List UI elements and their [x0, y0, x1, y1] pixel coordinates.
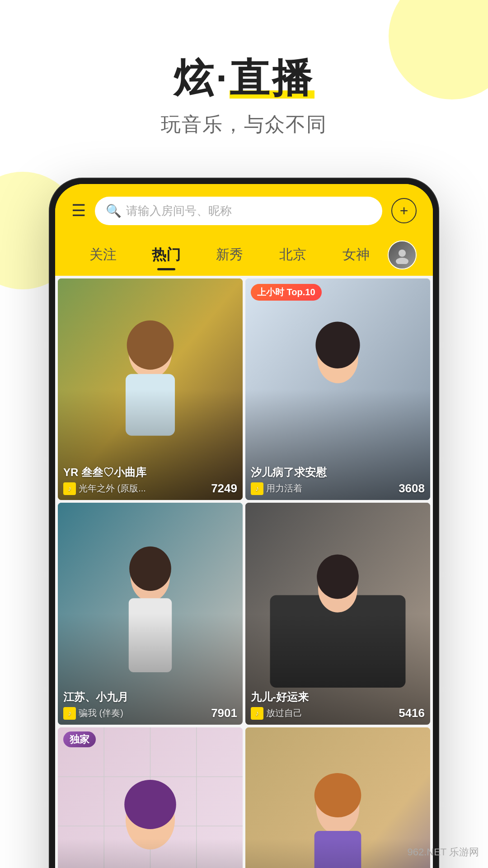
- music-icon-2: ♪: [251, 482, 263, 495]
- viewer-count-2: 3608: [399, 481, 425, 495]
- streamer-name-1: YR 叁叁♡小曲库: [63, 465, 237, 480]
- nav-avatar[interactable]: [388, 241, 417, 269]
- nav-tab-xinxiu[interactable]: 新秀: [198, 242, 261, 268]
- viewer-count-1: 7249: [211, 481, 237, 495]
- nav-avatar-image: [389, 241, 416, 269]
- streamer-name-3: 江苏、小九月: [63, 690, 237, 704]
- stream-item-1[interactable]: YR 叁叁♡小曲库 ♪ 光年之外 (原版... 7249: [58, 278, 243, 500]
- content-grid: YR 叁叁♡小曲库 ♪ 光年之外 (原版... 7249: [55, 276, 433, 868]
- song-row-1: ♪ 光年之外 (原版... 7249: [63, 481, 237, 495]
- phone-mockup: ☰ 🔍 请输入房间号、昵称 + 关注 热门 新秀 北京 女神: [50, 179, 438, 868]
- music-icon-4: ♪: [251, 707, 263, 720]
- streamer-name-2: 汐儿病了求安慰: [251, 465, 425, 480]
- header-section: 炫·直播 玩音乐，与众不同: [0, 0, 488, 165]
- search-row: ☰ 🔍 请输入房间号、昵称 +: [71, 197, 417, 225]
- streamer-name-4: 九儿-好运来: [251, 690, 425, 704]
- stream-info-1: YR 叁叁♡小曲库 ♪ 光年之外 (原版... 7249: [58, 461, 243, 500]
- top-badge-2: 上小时 Top.10: [251, 284, 322, 301]
- svg-point-1: [396, 258, 408, 264]
- search-placeholder: 请输入房间号、昵称: [126, 203, 232, 219]
- viewer-count-3: 7901: [211, 706, 237, 720]
- search-bar[interactable]: 🔍 请输入房间号、昵称: [95, 197, 382, 225]
- music-icon-3: ♪: [63, 707, 76, 720]
- song-row-3: ♪ 骗我 (伴奏) 7901: [63, 706, 237, 720]
- main-title: 炫·直播: [0, 54, 488, 102]
- song-info-4: ♪ 放过自己: [251, 707, 302, 720]
- stream-item-2[interactable]: 上小时 Top.10 汐儿病了求安慰 ♪ 用力活着 3608: [245, 278, 430, 500]
- nav-tab-guanzhu[interactable]: 关注: [71, 242, 135, 268]
- plus-button[interactable]: +: [391, 198, 417, 223]
- song-row-2: ♪ 用力活着 3608: [251, 481, 425, 495]
- main-title-part2: 直播: [230, 56, 314, 100]
- sub-title: 玩音乐，与众不同: [0, 111, 488, 138]
- nav-tab-nvsheng[interactable]: 女神: [324, 242, 388, 268]
- nav-tab-beijing[interactable]: 北京: [261, 242, 324, 268]
- song-info-3: ♪ 骗我 (伴奏): [63, 707, 123, 720]
- phone-wrapper: ☰ 🔍 请输入房间号、昵称 + 关注 热门 新秀 北京 女神: [0, 179, 488, 868]
- svg-point-0: [399, 250, 406, 257]
- phone-top-bar: ☰ 🔍 请输入房间号、昵称 +: [55, 184, 433, 232]
- stream-info-3: 江苏、小九月 ♪ 骗我 (伴奏) 7901: [58, 685, 243, 725]
- search-icon: 🔍: [106, 203, 122, 218]
- nav-tabs: 关注 热门 新秀 北京 女神: [55, 232, 433, 276]
- stream-item-4[interactable]: 九儿-好运来 ♪ 放过自己 5416: [245, 503, 430, 725]
- main-title-part1: 炫·: [174, 56, 230, 100]
- stream-item-5[interactable]: 独家 猫九★人美歌甜 ♪ 正在查找歌曲 70: [58, 727, 243, 868]
- hamburger-icon[interactable]: ☰: [71, 203, 86, 219]
- music-icon-1: ♪: [63, 482, 76, 495]
- stream-info-2: 汐儿病了求安慰 ♪ 用力活着 3608: [245, 461, 430, 500]
- song-row-4: ♪ 放过自己 5416: [251, 706, 425, 720]
- song-info-1: ♪ 光年之外 (原版...: [63, 482, 146, 495]
- watermark: 962.NET 乐游网: [407, 845, 479, 859]
- nav-tab-hot[interactable]: 热门: [135, 241, 198, 269]
- stream-item-6[interactable]: 秋香恭喜宝晨双升 ♪ 街角恋人 (伴奏) 6648: [245, 727, 430, 868]
- song-info-2: ♪ 用力活着: [251, 482, 302, 495]
- overlay-6: [245, 727, 430, 868]
- stream-item-3[interactable]: 江苏、小九月 ♪ 骗我 (伴奏) 7901: [58, 503, 243, 725]
- exclusive-badge-5: 独家: [63, 733, 96, 746]
- stream-info-4: 九儿-好运来 ♪ 放过自己 5416: [245, 685, 430, 725]
- overlay-5: [58, 727, 243, 868]
- viewer-count-4: 5416: [399, 706, 425, 720]
- phone-inner: ☰ 🔍 请输入房间号、昵称 + 关注 热门 新秀 北京 女神: [55, 184, 433, 868]
